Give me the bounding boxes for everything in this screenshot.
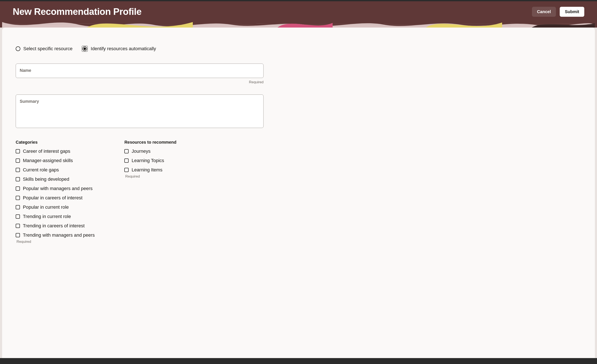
- cancel-button[interactable]: Cancel: [532, 7, 556, 17]
- radio-unchecked-icon: [16, 46, 20, 51]
- category-checkbox-manager-assigned-skills[interactable]: Manager-assigned skills: [16, 158, 95, 163]
- resource-checkbox-journeys[interactable]: Journeys: [124, 149, 176, 154]
- resources-column: Resources to recommend JourneysLearning …: [124, 140, 176, 244]
- name-input[interactable]: [16, 64, 263, 78]
- checkbox-unchecked-icon: [124, 149, 129, 153]
- summary-input-shell: Summary: [16, 95, 264, 128]
- category-checkbox-career-of-interest-gaps[interactable]: Career of interest gaps: [16, 149, 95, 154]
- checkbox-label: Skills being developed: [23, 176, 69, 182]
- checkbox-unchecked-icon: [16, 158, 20, 163]
- category-checkbox-current-role-gaps[interactable]: Current role gaps: [16, 167, 95, 173]
- resource-checkbox-learning-items[interactable]: Learning Items: [124, 167, 176, 173]
- checkbox-unchecked-icon: [16, 168, 20, 172]
- checkbox-unchecked-icon: [16, 186, 20, 191]
- category-checkbox-trending-with-managers-and-peers[interactable]: Trending with managers and peers: [16, 232, 95, 238]
- form-card: Select specific resource Identify resour…: [2, 28, 595, 358]
- radio-select-specific-resource[interactable]: Select specific resource: [16, 46, 72, 52]
- checkbox-label: Manager-assigned skills: [23, 158, 73, 163]
- resource-checkbox-learning-topics[interactable]: Learning Topics: [124, 158, 176, 163]
- radio-checked-icon: [82, 46, 87, 51]
- resources-list: JourneysLearning TopicsLearning Items: [124, 149, 176, 173]
- checkbox-label: Popular in careers of interest: [23, 195, 82, 201]
- category-checkbox-popular-in-current-role[interactable]: Popular in current role: [16, 205, 95, 210]
- category-checkbox-popular-with-managers-and-peers[interactable]: Popular with managers and peers: [16, 186, 95, 191]
- checkbox-label: Trending with managers and peers: [23, 232, 95, 238]
- checkbox-unchecked-icon: [16, 177, 20, 181]
- categories-column: Categories Career of interest gapsManage…: [16, 140, 95, 244]
- checkbox-unchecked-icon: [16, 149, 20, 153]
- checkbox-unchecked-icon: [16, 196, 20, 200]
- radio-identify-resources-automatically[interactable]: Identify resources automatically: [82, 46, 156, 52]
- checkbox-unchecked-icon: [16, 205, 20, 209]
- checkbox-label: Current role gaps: [23, 167, 59, 173]
- radio-label: Identify resources automatically: [91, 46, 156, 51]
- category-checkbox-popular-in-careers-of-interest[interactable]: Popular in careers of interest: [16, 195, 95, 201]
- summary-textarea[interactable]: [16, 95, 263, 128]
- radio-label: Select specific resource: [23, 46, 72, 51]
- name-required-hint: Required: [16, 80, 264, 84]
- checkbox-unchecked-icon: [16, 214, 20, 219]
- checkbox-unchecked-icon: [124, 158, 129, 163]
- category-checkbox-skills-being-developed[interactable]: Skills being developed: [16, 176, 95, 182]
- category-checkbox-trending-in-careers-of-interest[interactable]: Trending in careers of interest: [16, 223, 95, 229]
- decorative-banner: [0, 22, 597, 28]
- resources-required-hint: Required: [125, 174, 176, 179]
- field-name: Name Required: [16, 63, 581, 84]
- checkbox-label: Popular with managers and peers: [23, 186, 93, 191]
- mode-radio-group: Select specific resource Identify resour…: [16, 46, 581, 52]
- name-input-shell: Name: [16, 63, 264, 78]
- checkbox-label: Learning Topics: [132, 158, 164, 163]
- categories-required-hint: Required: [16, 240, 95, 244]
- checkbox-label: Trending in careers of interest: [23, 223, 85, 229]
- header-actions: Cancel Submit: [532, 7, 584, 17]
- page-header: New Recommendation Profile Cancel Submit: [0, 1, 597, 22]
- checkbox-label: Journeys: [132, 149, 150, 154]
- page-title: New Recommendation Profile: [13, 6, 141, 17]
- radio-focus-ring: [82, 46, 88, 52]
- banner-pattern: [2, 22, 595, 28]
- checkbox-label: Popular in current role: [23, 205, 69, 210]
- main-area: Select specific resource Identify resour…: [0, 28, 597, 358]
- category-checkbox-trending-in-current-role[interactable]: Trending in current role: [16, 214, 95, 219]
- categories-heading: Categories: [16, 140, 95, 145]
- resources-heading: Resources to recommend: [124, 140, 176, 145]
- checkbox-unchecked-icon: [16, 224, 20, 228]
- checkbox-label: Trending in current role: [23, 214, 71, 219]
- checkbox-unchecked-icon: [16, 233, 20, 237]
- field-summary: Summary: [16, 95, 581, 128]
- categories-list: Career of interest gapsManager-assigned …: [16, 149, 95, 238]
- checkbox-columns: Categories Career of interest gapsManage…: [16, 140, 581, 244]
- checkbox-label: Career of interest gaps: [23, 149, 70, 154]
- checkbox-label: Learning Items: [132, 167, 163, 173]
- checkbox-unchecked-icon: [124, 168, 129, 172]
- submit-button[interactable]: Submit: [560, 7, 584, 17]
